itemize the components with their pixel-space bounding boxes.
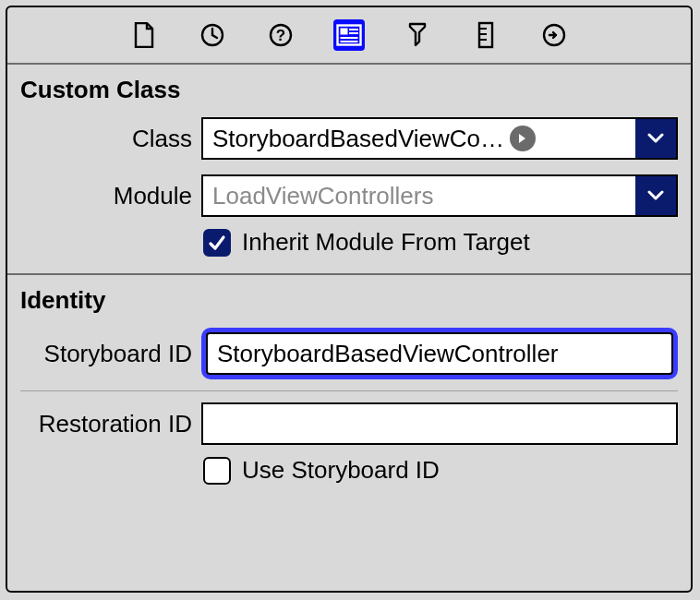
connections-inspector-tab[interactable] [538,19,570,51]
restoration-id-row: Restoration ID [7,395,691,452]
storyboard-id-row: Storyboard ID [7,320,691,387]
class-row: Class StoryboardBasedViewCo… [7,110,691,167]
inherit-module-checkbox[interactable] [203,229,231,257]
svg-rect-7 [341,37,358,39]
class-label: Class [20,125,192,153]
class-value-text: StoryboardBasedViewCo… [212,125,504,153]
class-dropdown-button[interactable] [635,119,676,158]
module-row: Module LoadViewControllers [7,167,691,224]
attributes-inspector-tab[interactable] [402,19,433,51]
svg-text:?: ? [276,27,285,44]
custom-class-section: Custom Class Class StoryboardBasedViewCo… [7,65,691,273]
restoration-id-input[interactable] [201,402,678,445]
svg-rect-4 [341,29,348,35]
history-inspector-tab[interactable] [197,19,228,51]
custom-class-title: Custom Class [7,65,691,110]
storyboard-id-label: Storyboard ID [20,340,192,368]
identity-title: Identity [7,275,691,320]
svg-rect-6 [349,32,358,34]
svg-rect-8 [341,41,358,42]
svg-rect-5 [349,29,358,30]
use-storyboard-id-label: Use Storyboard ID [242,456,440,485]
file-inspector-tab[interactable] [128,19,160,51]
class-value: StoryboardBasedViewCo… [203,119,635,158]
restoration-id-label: Restoration ID [20,410,192,438]
size-inspector-tab[interactable] [470,19,501,51]
storyboard-id-highlight [201,328,678,379]
inherit-module-label: Inherit Module From Target [242,228,530,257]
identity-inner-divider [20,390,678,391]
identity-section: Identity Storyboard ID Restoration ID Us… [7,275,691,501]
class-combobox[interactable]: StoryboardBasedViewCo… [201,117,678,160]
inherit-module-row: Inherit Module From Target [7,224,691,273]
identity-inspector-panel: ? Custom Class Class StoryboardBasedView… [6,6,693,593]
quick-help-inspector-tab[interactable]: ? [265,19,296,51]
module-combobox[interactable]: LoadViewControllers [201,174,678,217]
module-label: Module [20,182,192,210]
identity-inspector-tab[interactable] [333,19,365,51]
module-dropdown-button[interactable] [635,176,676,215]
storyboard-id-input[interactable] [206,332,673,375]
use-storyboard-id-checkbox[interactable] [203,457,231,485]
navigate-to-class-icon[interactable] [510,126,536,151]
module-placeholder: LoadViewControllers [203,176,635,215]
inspector-tabs: ? [7,7,691,65]
use-storyboard-id-row: Use Storyboard ID [7,452,691,501]
